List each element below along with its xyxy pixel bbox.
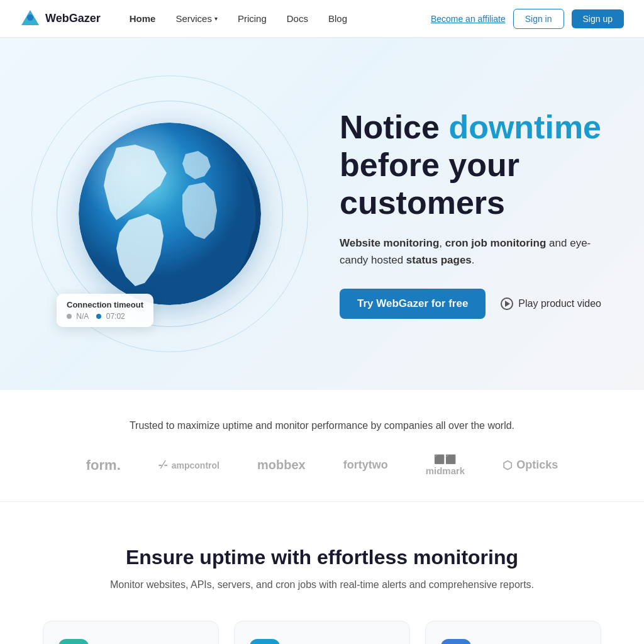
hero-title: Notice downtime before your customers	[340, 109, 606, 221]
logos-row: form. -∕- ampcontrol mobbex fortytwo ⬛⬛ …	[25, 454, 619, 476]
nav-blog[interactable]: Blog	[319, 8, 356, 29]
conn-dot-time	[96, 314, 101, 319]
logo-opticks: ⬡ Opticks	[502, 458, 558, 472]
connection-meta-na: N/A	[67, 312, 89, 321]
hero-description: Website monitoring, cron job monitoring …	[340, 235, 606, 269]
video-button[interactable]: Play product video	[501, 297, 601, 310]
opticks-hex-icon: ⬡	[502, 458, 513, 472]
nav-services[interactable]: Services ▾	[167, 8, 226, 29]
features-section: Ensure uptime with effortless monitoring…	[0, 502, 644, 644]
play-triangle-icon	[505, 301, 510, 307]
affiliate-link[interactable]: Become an affiliate	[431, 14, 506, 24]
navbar-right: Become an affiliate Sign in Sign up	[431, 9, 624, 29]
connection-meta: N/A 07:02	[67, 312, 143, 321]
hero-title-part2: before your customers	[340, 147, 519, 221]
globe-container: Connection timeout N/A 07:02	[50, 63, 289, 365]
nav-links: Home Services ▾ Pricing Docs Blog	[121, 8, 431, 29]
hero-content: Notice downtime before your customers We…	[302, 109, 606, 319]
logo-mobbex: mobbex	[257, 458, 306, 472]
amp-icon: -∕-	[158, 458, 168, 472]
trusted-text: Trusted to maximize uptime and monitor p…	[25, 420, 619, 431]
features-desc: Monitor websites, APIs, servers, and cro…	[108, 579, 536, 591]
hero-illustration: Connection timeout N/A 07:02	[38, 63, 302, 365]
hero-section: Connection timeout N/A 07:02 Notice down…	[0, 38, 644, 390]
nav-pricing[interactable]: Pricing	[229, 8, 275, 29]
feature-card-status: Status pages Hosted status	[425, 621, 601, 644]
logo-midmark: ⬛⬛ midmark	[426, 454, 465, 476]
status-icon	[441, 639, 471, 644]
connection-meta-time: 07:02	[96, 312, 125, 321]
play-icon	[501, 297, 513, 310]
logo-form: form.	[86, 457, 121, 474]
svg-point-5	[79, 123, 261, 305]
gazers-icon	[58, 639, 89, 644]
navbar: WebGazer Home Services ▾ Pricing Docs Bl…	[0, 0, 644, 38]
hero-title-part1: Notice	[340, 109, 448, 145]
features-title: Ensure uptime with effortless monitoring	[38, 546, 606, 569]
trusted-section: Trusted to maximize uptime and monitor p…	[0, 390, 644, 502]
conn-dot-na	[67, 314, 72, 319]
feature-card-gazers: Gazers Uptime monitoring	[43, 621, 219, 644]
signup-button[interactable]: Sign up	[572, 9, 624, 28]
svg-point-2	[27, 14, 33, 21]
hero-title-highlight: downtime	[448, 109, 601, 145]
nav-home[interactable]: Home	[121, 8, 165, 29]
hero-desc-cron-monitoring: cron job monitoring	[445, 237, 547, 249]
video-label: Play product video	[518, 298, 601, 309]
logo-icon	[20, 9, 40, 29]
globe-svg	[79, 123, 261, 305]
hero-desc-website-monitoring: Website monitoring	[340, 237, 439, 249]
logo-fortytwo: fortytwo	[343, 458, 388, 472]
feature-card-pulses: Pulses Cron job monitoring	[234, 621, 410, 644]
cta-button[interactable]: Try WebGazer for free	[340, 289, 486, 319]
hero-actions: Try WebGazer for free Play product video	[340, 289, 606, 319]
signin-button[interactable]: Sign in	[513, 9, 564, 29]
nav-docs[interactable]: Docs	[278, 8, 317, 29]
logo-text: WebGazer	[45, 12, 101, 25]
hero-desc-status-pages: status pages	[406, 254, 472, 266]
logo-ampcontrol: -∕- ampcontrol	[158, 458, 219, 472]
connection-title: Connection timeout	[67, 300, 143, 309]
connection-card: Connection timeout N/A 07:02	[57, 294, 153, 327]
services-chevron-icon: ▾	[214, 15, 218, 22]
pulses-icon	[250, 639, 280, 644]
logo[interactable]: WebGazer	[20, 9, 101, 29]
feature-cards: Gazers Uptime monitoring Pulses Cron job…	[38, 621, 606, 644]
